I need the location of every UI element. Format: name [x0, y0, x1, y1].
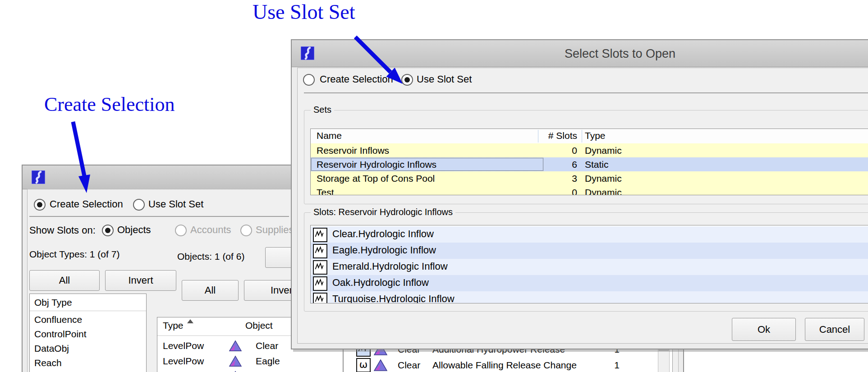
list-item[interactable]: Confluence [34, 314, 82, 326]
sort-ascending-icon [187, 319, 193, 323]
riverware-logo-icon [32, 170, 45, 184]
front-dialog-content: Create Selection Use Slot Set Sets Name … [297, 68, 868, 344]
set-row-selected[interactable]: Reservoir Hydrologic Inflows 6 Static [311, 157, 868, 171]
set-count-cell: 0 [537, 143, 577, 157]
table-row[interactable]: LevelPow Emerald [157, 369, 343, 372]
create-selection-radio[interactable] [34, 199, 46, 211]
timeseries-wave-icon [313, 244, 327, 258]
header-underline [30, 311, 146, 311]
sets-groupbox: Sets Name # Slots Type Reservoir Inflows… [304, 110, 868, 204]
set-type-cell: Static [585, 157, 609, 171]
column-divider[interactable] [582, 130, 582, 142]
set-row[interactable]: Test 0 Dynamic [311, 185, 868, 195]
reservoir-triangle-icon [373, 358, 388, 372]
show-on-supplies-radio [240, 225, 252, 236]
objects-all-button[interactable]: All [182, 280, 239, 301]
set-name-cell: Storage at Top of Cons Pool [317, 171, 435, 185]
cancel-button[interactable]: Cancel [805, 318, 864, 341]
create-selection-arrow [63, 117, 99, 198]
object-column-header[interactable]: Object [245, 320, 273, 331]
list-item[interactable]: DataObj [34, 343, 69, 354]
screen: Create Selection Use Slot Set Show Slots… [0, 0, 868, 372]
slots-groupbox: Slots: Reservoir Hydrologic Inflows Clea… [304, 212, 868, 312]
show-slots-on-label: Show Slots on: [29, 225, 96, 236]
show-on-accounts-label: Accounts [190, 224, 231, 236]
object-types-count-label: Object Types: 1 (of 7) [29, 248, 119, 260]
slot-list-item[interactable]: Emerald.Hydrologic Inflow [311, 259, 868, 275]
object-types-all-button[interactable]: All [29, 270, 100, 291]
set-name-cell: Reservoir Inflows [317, 143, 389, 157]
list-item[interactable]: ControlPoint [34, 328, 87, 340]
slots-column-header[interactable]: # Slots [537, 129, 577, 142]
use-slot-set-annotation: Use Slot Set [253, 0, 355, 24]
obj-type-cell: LevelPow [163, 354, 204, 369]
slot-count-cell: 1 [596, 357, 620, 372]
slot-item-label: Turquoise.Hydrologic Inflow [332, 291, 455, 303]
set-type-cell: Dynamic [585, 185, 622, 195]
timeseries-wave-icon [313, 293, 327, 303]
sets-table[interactable]: Name # Slots Type Reservoir Inflows 0 Dy… [310, 129, 868, 195]
table-row[interactable]: LevelPow Eagle [157, 354, 343, 369]
object-types-invert-button[interactable]: Invert [105, 270, 176, 291]
use-slot-set-radio-label: Use Slot Set [417, 73, 472, 85]
obj-type-cell: LevelPow [163, 369, 204, 372]
slots-list[interactable]: Clear.Hydrologic Inflow Eagle.Hydrologic… [310, 225, 868, 303]
separator [29, 216, 289, 217]
slot-name-cell: Allowable Falling Release Change [432, 357, 577, 372]
slot-object-cell: Clear [398, 357, 420, 372]
obj-name-cell: Eagle [256, 354, 280, 369]
slot-item-label: Emerald.Hydrologic Inflow [332, 259, 448, 274]
show-on-objects-label: Objects [117, 224, 151, 236]
slot-item-label: Oak.Hydrologic Inflow [332, 275, 429, 290]
objects-count-label: Objects: 1 (of 6) [177, 251, 244, 262]
obj-type-header: Obj Type [34, 297, 72, 308]
omega-expression-icon: ω [356, 358, 371, 372]
slots-group-label: Slots: Reservoir Hydrologic Inflows [311, 207, 455, 217]
set-count-cell: 6 [537, 157, 577, 171]
show-on-supplies-label: Supplies [256, 224, 294, 236]
use-slot-set-arrow [347, 32, 410, 90]
set-row[interactable]: Storage at Top of Cons Pool 3 Dynamic [311, 171, 868, 185]
use-slot-set-radio-label: Use Slot Set [148, 198, 203, 210]
timeseries-wave-icon [313, 276, 327, 291]
sets-table-header[interactable]: Name # Slots Type [311, 129, 868, 144]
slot-item-label: Eagle.Hydrologic Inflow [332, 243, 436, 258]
set-name-cell: Test [317, 185, 334, 195]
type-column-header[interactable]: Type [163, 320, 184, 331]
show-on-accounts-radio [175, 225, 187, 236]
timeseries-wave-icon [313, 260, 327, 275]
obj-name-cell: Clear [256, 338, 278, 354]
create-selection-radio[interactable] [303, 74, 315, 86]
show-on-objects-radio[interactable] [102, 225, 114, 236]
separator [304, 92, 868, 93]
type-column-header[interactable]: Type [585, 129, 606, 142]
create-selection-radio-label: Create Selection [50, 198, 123, 210]
use-slot-set-radio[interactable] [133, 199, 145, 211]
reservoir-triangle-icon [229, 340, 242, 352]
set-row[interactable]: Reservoir Inflows 0 Dynamic [311, 143, 868, 157]
slot-list-item[interactable]: Turquoise.Hydrologic Inflow [311, 291, 868, 303]
slot-item-label: Clear.Hydrologic Inflow [332, 226, 434, 242]
set-count-cell: 3 [537, 171, 577, 185]
obj-name-cell: Emerald [256, 369, 291, 372]
slot-list-item[interactable]: Clear.Hydrologic Inflow [311, 226, 868, 243]
slot-row[interactable]: ω Clear Allowable Falling Release Change… [344, 357, 672, 372]
ok-button[interactable]: Ok [732, 318, 796, 341]
obj-type-cell: LevelPow [163, 338, 204, 354]
sets-group-label: Sets [311, 105, 334, 115]
reservoir-triangle-icon [229, 370, 242, 372]
set-count-cell: 0 [537, 185, 577, 195]
timeseries-wave-icon [313, 228, 327, 242]
slot-list-item[interactable]: Eagle.Hydrologic Inflow [311, 243, 868, 259]
reservoir-triangle-icon [229, 355, 242, 367]
list-item[interactable]: Reach [34, 357, 62, 369]
object-types-list[interactable]: Obj Type Confluence ControlPoint DataObj… [29, 294, 147, 372]
set-type-cell: Dynamic [585, 171, 622, 185]
set-name-cell: Reservoir Hydrologic Inflows [311, 157, 544, 171]
create-selection-annotation: Create Selection [44, 93, 175, 116]
slot-list-item[interactable]: Oak.Hydrologic Inflow [311, 275, 868, 291]
set-type-cell: Dynamic [585, 143, 622, 157]
name-column-header[interactable]: Name [317, 129, 342, 142]
